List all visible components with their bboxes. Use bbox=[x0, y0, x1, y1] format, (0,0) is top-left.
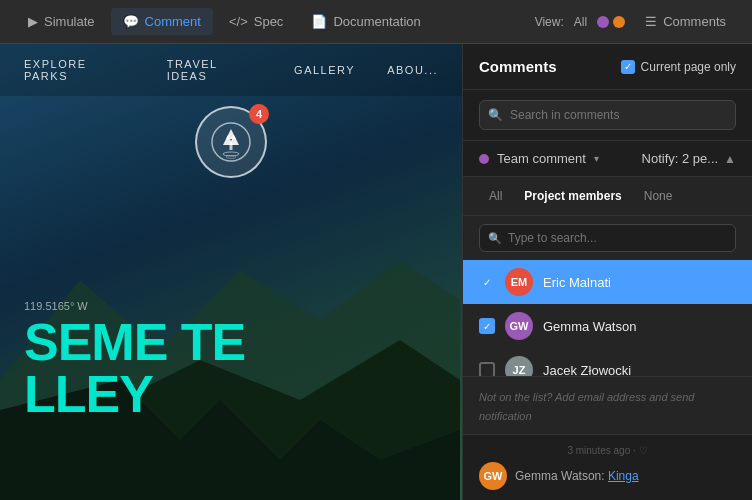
hero-text: 119.5165° W SEME TE LLEY bbox=[24, 300, 245, 420]
comment-tab[interactable]: 💬 Comment bbox=[111, 8, 213, 35]
chevron-up-icon: ▲ bbox=[724, 152, 736, 166]
search-wrapper: 🔍 bbox=[479, 100, 736, 130]
documentation-tab[interactable]: 📄 Documentation bbox=[299, 8, 432, 35]
dropdown-search-wrapper: 🔍 bbox=[479, 224, 736, 252]
panel-header: Comments ✓ Current page only bbox=[463, 44, 752, 90]
tab-project-members[interactable]: Project members bbox=[514, 185, 631, 207]
hero-coords: 119.5165° W bbox=[24, 300, 245, 312]
panel-title: Comments bbox=[479, 58, 557, 75]
bottom-comment-avatar: GW bbox=[479, 462, 507, 490]
search-icon: 🔍 bbox=[488, 108, 503, 122]
member-item-eric[interactable]: ✓ EM Eric Malnati bbox=[463, 260, 752, 304]
comments-btn-label: Comments bbox=[663, 14, 726, 29]
member-checkbox-jacek bbox=[479, 362, 495, 376]
toolbar-right: View: All ☰ Comments bbox=[535, 9, 736, 34]
purple-dot bbox=[597, 16, 609, 28]
logo-circle: 4 bbox=[195, 106, 267, 178]
play-icon: ▶ bbox=[28, 14, 38, 29]
member-name-jacek: Jacek Złowocki bbox=[543, 363, 736, 377]
notify-text: Notify: 2 pe... bbox=[642, 151, 719, 166]
logo-svg bbox=[210, 121, 252, 163]
simulate-label: Simulate bbox=[44, 14, 95, 29]
svg-rect-4 bbox=[230, 145, 233, 150]
member-name-gemma: Gemma Watson bbox=[543, 319, 736, 334]
member-item-jacek[interactable]: JZ Jacek Złowocki bbox=[463, 348, 752, 376]
members-search-icon: 🔍 bbox=[488, 232, 502, 245]
current-page-label: Current page only bbox=[641, 60, 736, 74]
comment-author-row: GW Gemma Watson: Kinga bbox=[479, 462, 736, 490]
dropdown-tabs: All Project members None bbox=[463, 177, 752, 216]
current-page-checkbox[interactable]: ✓ bbox=[621, 60, 635, 74]
bottom-comment-text: Gemma Watson: Kinga bbox=[515, 469, 639, 483]
bottom-comment-link[interactable]: Kinga bbox=[608, 469, 639, 483]
member-avatar-jacek: JZ bbox=[505, 356, 533, 376]
members-list: ✓ EM Eric Malnati ✓ GW Gemma Watson JZ J… bbox=[463, 260, 752, 376]
spec-tab[interactable]: </> Spec bbox=[217, 8, 295, 35]
team-comment-left[interactable]: Team comment ▾ bbox=[479, 151, 599, 166]
spec-label: Spec bbox=[254, 14, 284, 29]
view-dots[interactable] bbox=[597, 16, 625, 28]
search-input[interactable] bbox=[479, 100, 736, 130]
member-avatar-eric: EM bbox=[505, 268, 533, 296]
nav-explore-parks[interactable]: EXPLORE PARKS bbox=[24, 58, 135, 82]
tab-all[interactable]: All bbox=[479, 185, 512, 207]
team-dot bbox=[479, 154, 489, 164]
member-name-eric: Eric Malnati bbox=[543, 275, 736, 290]
member-avatar-gemma: GW bbox=[505, 312, 533, 340]
comments-panel: Comments ✓ Current page only 🔍 Team comm… bbox=[462, 44, 752, 500]
email-notification-text: Not on the list? Add email address and s… bbox=[479, 391, 694, 421]
hamburger-icon: ☰ bbox=[645, 14, 657, 29]
current-page-check[interactable]: ✓ Current page only bbox=[621, 60, 736, 74]
orange-dot bbox=[613, 16, 625, 28]
website-preview: EXPLORE PARKS TRAVEL IDEAS GALLERY ABOU.… bbox=[0, 44, 462, 500]
simulate-tab[interactable]: ▶ Simulate bbox=[16, 8, 107, 35]
search-bar: 🔍 bbox=[463, 90, 752, 141]
member-checkbox-eric: ✓ bbox=[479, 274, 495, 290]
logo-container: 4 bbox=[195, 106, 267, 178]
email-notification: Not on the list? Add email address and s… bbox=[463, 376, 752, 434]
dropdown-search-area: 🔍 bbox=[463, 216, 752, 260]
comment-label: Comment bbox=[145, 14, 201, 29]
member-item-gemma[interactable]: ✓ GW Gemma Watson bbox=[463, 304, 752, 348]
preview-nav: EXPLORE PARKS TRAVEL IDEAS GALLERY ABOU.… bbox=[0, 44, 462, 96]
code-icon: </> bbox=[229, 14, 248, 29]
notify-section[interactable]: Notify: 2 pe... ▲ bbox=[642, 151, 736, 166]
comment-icon: 💬 bbox=[123, 14, 139, 29]
documentation-label: Documentation bbox=[333, 14, 420, 29]
comments-toggle-button[interactable]: ☰ Comments bbox=[635, 9, 736, 34]
toolbar: ▶ Simulate 💬 Comment </> Spec 📄 Document… bbox=[0, 0, 752, 44]
bottom-comment-author: Gemma Watson: bbox=[515, 469, 605, 483]
view-label: View: bbox=[535, 15, 564, 29]
nav-about[interactable]: ABOU... bbox=[387, 64, 438, 76]
main-area: EXPLORE PARKS TRAVEL IDEAS GALLERY ABOU.… bbox=[0, 44, 752, 500]
dropdown-arrow: ▾ bbox=[594, 153, 599, 164]
comment-time: 3 minutes ago · ♡ bbox=[479, 445, 736, 456]
nav-travel-ideas[interactable]: TRAVEL IDEAS bbox=[167, 58, 262, 82]
nav-gallery[interactable]: GALLERY bbox=[294, 64, 355, 76]
svg-point-6 bbox=[226, 156, 236, 159]
hero-title-line2: LLEY bbox=[24, 368, 245, 420]
team-comment-label: Team comment bbox=[497, 151, 586, 166]
member-checkbox-gemma: ✓ bbox=[479, 318, 495, 334]
members-search-input[interactable] bbox=[479, 224, 736, 252]
bottom-comment: 3 minutes ago · ♡ GW Gemma Watson: Kinga bbox=[463, 434, 752, 500]
hero-title-line1: SEME TE bbox=[24, 316, 245, 368]
view-option: All bbox=[574, 15, 587, 29]
doc-icon: 📄 bbox=[311, 14, 327, 29]
notification-badge: 4 bbox=[249, 104, 269, 124]
tab-none[interactable]: None bbox=[634, 185, 683, 207]
team-comment-row: Team comment ▾ Notify: 2 pe... ▲ bbox=[463, 141, 752, 177]
